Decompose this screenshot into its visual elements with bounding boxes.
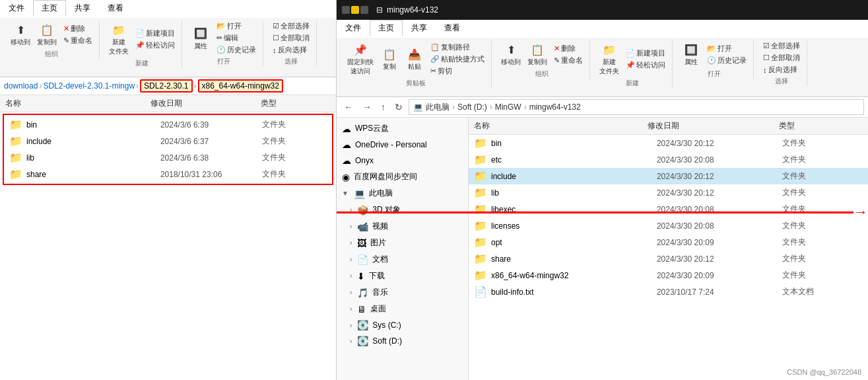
nav-onyx[interactable]: ☁ Onyx <box>337 153 468 169</box>
right-newfolder-button[interactable]: 📁 新建文件夹 <box>597 40 622 77</box>
nav-docs[interactable]: › 📄 文档 <box>337 251 468 268</box>
left-breadcrumb-sdl2[interactable]: SDL2-2.30.1 <box>140 79 192 93</box>
left-tab-home[interactable]: 主页 <box>33 0 66 17</box>
left-moveto-button[interactable]: ⬆ 移动到 <box>8 20 33 48</box>
forward-button[interactable]: → <box>359 100 375 114</box>
nav-desktop[interactable]: › 🖥 桌面 <box>337 301 468 317</box>
right-pasteshortcut-button[interactable]: 🔗 粘贴快捷方式 <box>428 54 487 65</box>
left-open-label: 打开 <box>217 57 230 66</box>
nav-pc[interactable]: ▼ 💻 此电脑 <box>337 185 468 202</box>
right-delete-button[interactable]: ✕ 删除 <box>551 43 585 54</box>
right-cut-button[interactable]: ✂ 剪切 <box>428 65 487 77</box>
right-col-date[interactable]: 修改日期 <box>648 120 774 132</box>
right-pin-button[interactable]: 📌 固定到快速访问 <box>345 40 376 77</box>
left-file-row-lib[interactable]: 📁 lib 2024/3/6 6:38 文件夹 <box>4 149 332 166</box>
right-history-button[interactable]: 🕐 历史记录 <box>704 55 749 66</box>
right-file-row-bin[interactable]: 📁 bin 2024/3/30 20:12 文件夹 <box>469 135 868 151</box>
right-file-row-licenses[interactable]: 📁 licenses 2024/3/30 20:08 文件夹 <box>469 217 868 234</box>
left-selectall-button[interactable]: ☑ 全部选择 <box>270 20 312 32</box>
left-file-row-share[interactable]: 📁 share 2018/10/31 23:06 文件夹 <box>4 166 332 182</box>
right-open-button[interactable]: 📂 打开 <box>704 43 749 54</box>
left-delete-rename-col: ✕ 删除 ✎ 重命名 <box>61 23 95 46</box>
left-breadcrumb-download[interactable]: download <box>4 81 38 91</box>
left-selectnone-button[interactable]: ☐ 全部取消 <box>270 32 312 44</box>
maximize2-button[interactable] <box>360 6 368 14</box>
right-copypath-button[interactable]: 📋 复制路径 <box>428 42 487 53</box>
left-easyaccess-button[interactable]: 📌 轻松访问 <box>133 40 178 51</box>
right-file-row-libexec[interactable]: 📁 libexec 2024/3/30 20:08 文件夹 <box>469 201 868 217</box>
right-copyto-button[interactable]: 📋 复制到 <box>525 40 550 68</box>
nav-music[interactable]: › 🎵 音乐 <box>337 284 468 301</box>
right-ribbon-new: 📁 新建文件夹 📄 新建项目 📌 轻松访问 新建 <box>593 40 673 88</box>
left-breadcrumb-x86[interactable]: x86_64-w64-mingw32 <box>198 79 283 93</box>
right-file-date-opt: 2024/3/30 20:09 <box>657 238 778 247</box>
maximize-button[interactable] <box>351 6 359 14</box>
left-file-row-include[interactable]: 📁 include 2024/3/6 6:37 文件夹 <box>4 133 332 149</box>
left-breadcrumb-sdl2devel[interactable]: SDL2-devel-2.30.1-mingw <box>43 81 135 91</box>
left-invert-button[interactable]: ↕ 反向选择 <box>270 44 312 56</box>
right-col-name[interactable]: 名称 <box>474 120 642 132</box>
file-icon: 📄 <box>474 285 487 298</box>
left-properties-button[interactable]: 🔲 属性 <box>189 24 213 52</box>
right-file-row-include[interactable]: 📁 include 2024/3/30 20:12 文件夹 <box>469 168 868 184</box>
left-newfolder-button[interactable]: 📁 新建文件夹 <box>106 20 131 57</box>
left-col-date[interactable]: 修改日期 <box>150 98 255 109</box>
right-file-row-share[interactable]: 📁 share 2024/3/30 20:12 文件夹 <box>469 250 868 267</box>
left-delete-button[interactable]: ✕ 删除 <box>61 23 95 34</box>
address-path-display[interactable]: 💻 此电脑 › Soft (D:) › MinGW › mingw64-v132 <box>409 99 864 115</box>
right-file-row-etc[interactable]: 📁 etc 2024/3/30 20:08 文件夹 <box>469 151 868 168</box>
right-properties-button[interactable]: 🔲 属性 <box>679 40 703 68</box>
right-copy-button[interactable]: 📋 复制 <box>378 45 401 73</box>
nav-baidu[interactable]: ◉ 百度网盘同步空间 <box>337 169 468 185</box>
left-ribbon-group-new: 📁 新建文件夹 📄 新建项目 📌 轻松访问 新建 <box>102 20 182 68</box>
left-history-button[interactable]: 🕐 历史记录 <box>214 44 259 56</box>
left-newitem-button[interactable]: 📄 新建项目 <box>133 28 178 39</box>
left-copyto-button[interactable]: 📋 复制到 <box>34 20 59 48</box>
right-selectnone-button[interactable]: ☐ 全部取消 <box>760 52 803 63</box>
right-file-row-opt[interactable]: 📁 opt 2024/3/30 20:09 文件夹 <box>469 234 868 250</box>
nav-onyx-label: Onyx <box>355 156 374 165</box>
left-file-type-lib: 文件夹 <box>262 152 327 163</box>
left-tab-file[interactable]: 文件 <box>0 0 33 17</box>
right-easyaccess-button[interactable]: 📌 轻松访问 <box>623 59 668 71</box>
back-button[interactable]: ← <box>341 100 356 114</box>
left-col-name[interactable]: 名称 <box>5 98 145 109</box>
right-tab-file[interactable]: 文件 <box>337 20 370 36</box>
left-tab-view[interactable]: 查看 <box>99 0 132 17</box>
right-col-type[interactable]: 类型 <box>779 120 863 132</box>
right-file-list-area: 名称 修改日期 类型 📁 bin 2024/3/30 20:12 文件夹 📁 e… <box>469 118 868 380</box>
right-file-row-lib[interactable]: 📁 lib 2024/3/30 20:12 文件夹 <box>469 184 868 201</box>
left-tab-share[interactable]: 共享 <box>66 0 99 17</box>
left-rename-button[interactable]: ✎ 重命名 <box>61 35 95 46</box>
right-newitem-button[interactable]: 📄 新建项目 <box>623 48 668 59</box>
nav-pictures[interactable]: › 🖼 图片 <box>337 235 468 251</box>
right-tab-view[interactable]: 查看 <box>436 20 469 36</box>
up-button[interactable]: ↑ <box>378 100 389 114</box>
nav-onedrive[interactable]: ☁ OneDrive - Personal <box>337 137 468 153</box>
left-file-row-bin[interactable]: 📁 bin 2024/3/6 6:39 文件夹 <box>4 116 332 133</box>
nav-softd[interactable]: › 💽 Soft (D:) <box>337 333 468 349</box>
minimize-button[interactable] <box>342 6 350 14</box>
left-col-type[interactable]: 类型 <box>261 98 331 109</box>
nav-video-label: 视频 <box>372 221 388 232</box>
nav-sysc[interactable]: › 💽 Sys (C:) <box>337 317 468 333</box>
nav-3d[interactable]: › 📦 3D 对象 <box>337 202 468 218</box>
left-open-button[interactable]: 📂 打开 <box>214 20 259 32</box>
right-rename-button[interactable]: ✎ 重命名 <box>551 55 585 66</box>
nav-downloads[interactable]: › ⬇ 下载 <box>337 268 468 284</box>
right-file-name-include: include <box>491 172 653 181</box>
left-ribbon: ⬆ 移动到 📋 复制到 ✕ 删除 ✎ 重命名 <box>0 18 336 77</box>
right-file-row-buildinfo[interactable]: 📄 build-info.txt 2023/10/17 7:24 文本文档 <box>469 284 868 300</box>
nav-wps[interactable]: ☁ WPS云盘 <box>337 120 468 137</box>
right-tab-share[interactable]: 共享 <box>403 20 436 36</box>
right-tab-home[interactable]: 主页 <box>370 20 403 36</box>
refresh-button[interactable]: ↻ <box>391 100 406 114</box>
left-edit-button[interactable]: ✏ 编辑 <box>214 32 259 44</box>
right-selectall-button[interactable]: ☑ 全部选择 <box>760 40 803 52</box>
right-moveto-button[interactable]: ⬆ 移动到 <box>498 40 523 68</box>
right-paste-button[interactable]: 📥 粘贴 <box>403 45 426 73</box>
right-invert-button[interactable]: ↕ 反向选择 <box>760 64 803 75</box>
nav-video[interactable]: › 📹 视频 <box>337 218 468 235</box>
folder-icon: 📁 <box>9 168 22 180</box>
right-file-row-x86[interactable]: 📁 x86_64-w64-mingw32 2024/3/30 20:09 文件夹 <box>469 267 868 284</box>
